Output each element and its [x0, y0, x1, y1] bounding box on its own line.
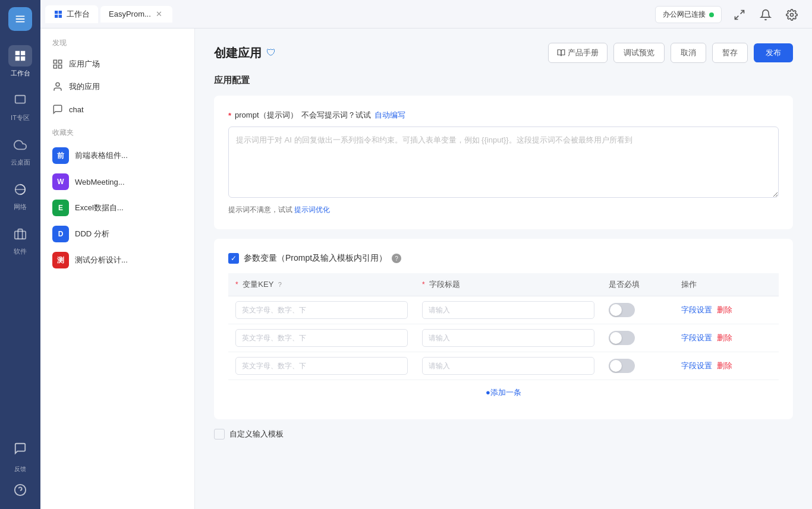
header-actions: 产品手册 调试预览 取消 暂存 发布	[548, 43, 793, 63]
row2-key-input[interactable]	[235, 329, 408, 347]
optimize-hint: 提示词不满意，试试 提示词优化	[228, 205, 779, 215]
manual-button[interactable]: 产品手册	[548, 43, 608, 63]
tab-workbench-label: 工作台	[67, 9, 90, 20]
tab-easyprom[interactable]: EasyProm... ✕	[100, 6, 172, 23]
prompt-label-text: prompt（提示词）	[235, 110, 297, 121]
publish-label: 发布	[766, 48, 781, 57]
params-help-icon[interactable]: ?	[392, 254, 401, 263]
nav-app-market-label: 应用广场	[69, 59, 100, 69]
content-split: 发现 应用广场 我的应用 chat 收藏夹 前 前端表格组件... W WebM…	[40, 29, 812, 509]
row2-field-set[interactable]: 字段设置	[681, 333, 712, 343]
sidebar-item-software[interactable]: 软件	[0, 219, 40, 261]
page-title-area: 创建应用 🛡	[214, 45, 276, 61]
fav-test-label: 测试分析设计...	[75, 255, 128, 265]
nav-chat-label: chat	[69, 105, 84, 114]
preview-label: 调试预览	[624, 48, 654, 57]
auto-write-link[interactable]: 自动编写	[374, 110, 405, 121]
fav-excel[interactable]: E Excel数据自...	[40, 195, 194, 221]
fav-test[interactable]: 测 测试分析设计...	[40, 247, 194, 273]
row3-field-set[interactable]: 字段设置	[681, 361, 712, 371]
sidebar-item-label: 网络	[14, 203, 27, 211]
fav-webmeeting-icon: W	[52, 173, 69, 190]
custom-template-label: 自定义输入模板	[229, 429, 284, 440]
page-title: 创建应用	[214, 45, 262, 61]
cancel-label: 取消	[681, 48, 696, 57]
nav-my-apps[interactable]: 我的应用	[40, 75, 194, 98]
row3-key-input[interactable]	[235, 357, 408, 375]
cancel-button[interactable]: 取消	[671, 43, 706, 63]
connection-dot	[709, 12, 714, 17]
row2-delete[interactable]: 删除	[717, 333, 732, 343]
required-mark: *	[228, 111, 231, 120]
svg-point-12	[56, 83, 59, 86]
preview-button[interactable]: 调试预览	[613, 43, 665, 63]
col-required: 是否必填	[602, 273, 674, 296]
sidebar-item-cloud[interactable]: 云桌面	[0, 129, 40, 172]
row2-toggle[interactable]	[609, 331, 635, 345]
fav-excel-icon: E	[52, 200, 69, 216]
custom-template-checkbox[interactable]	[214, 429, 225, 440]
prompt-textarea[interactable]	[228, 127, 779, 198]
sidebar-item-vpn[interactable]: 网络	[0, 174, 40, 216]
svg-rect-11	[59, 65, 62, 68]
connected-label: 办公网已连接	[663, 10, 706, 20]
row3-title-input[interactable]	[422, 357, 594, 375]
bell-icon[interactable]	[757, 7, 774, 23]
temp-label: 暂存	[722, 48, 738, 57]
table-row: 字段设置 删除	[228, 296, 779, 324]
prompt-label: * prompt（提示词） 不会写提示词？试试 自动编写	[228, 110, 779, 121]
svg-rect-8	[53, 60, 56, 63]
fav-ddd[interactable]: D DDD 分析	[40, 221, 194, 247]
nav-app-market[interactable]: 应用广场	[40, 53, 194, 75]
sidebar-help[interactable]	[8, 478, 32, 502]
tab-close-icon[interactable]: ✕	[155, 10, 164, 19]
fav-ddd-icon: D	[52, 226, 69, 242]
row1-key-input[interactable]	[235, 301, 408, 319]
fav-webmeeting[interactable]: W WebMeeting...	[40, 169, 194, 195]
fav-test-icon: 测	[52, 252, 69, 268]
nav-chat[interactable]: chat	[40, 98, 194, 121]
sidebar-item-workbench[interactable]: 工作台	[0, 40, 40, 83]
optimize-link[interactable]: 提示词优化	[294, 206, 330, 214]
row2-title-input[interactable]	[422, 329, 594, 347]
discover-label: 发现	[40, 38, 194, 53]
row3-toggle[interactable]	[609, 359, 635, 373]
publish-button[interactable]: 发布	[754, 43, 793, 62]
right-panel: 创建应用 🛡 产品手册 调试预览 取消 暂存	[195, 29, 812, 509]
row1-field-set[interactable]: 字段设置	[681, 305, 712, 315]
sidebar-item-label: 云桌面	[11, 158, 30, 167]
fav-excel-label: Excel数据自...	[75, 203, 124, 213]
key-help-icon[interactable]: ?	[278, 281, 282, 288]
add-row-button[interactable]: ●添加一条	[228, 380, 779, 405]
fav-frontend-label: 前端表格组件...	[75, 150, 128, 161]
table-row: 字段设置 删除	[228, 352, 779, 380]
no-idea-text: 不会写提示词？试试	[301, 110, 371, 121]
params-form-section: 参数变量（Prompt及输入模板内引用） ? * 变量KEY ? *	[214, 239, 793, 419]
app-logo[interactable]	[8, 7, 32, 31]
params-checkbox[interactable]	[228, 253, 239, 264]
sidebar: 工作台 IT专区 云桌面 网络 软件 反馈	[0, 0, 40, 509]
gear-icon[interactable]	[783, 7, 800, 23]
tab-workbench[interactable]: 工作台	[45, 5, 98, 23]
row1-title-input[interactable]	[422, 301, 594, 319]
optimize-hint-text: 提示词不满意，试试	[228, 206, 292, 214]
sidebar-item-it[interactable]: IT专区	[0, 85, 40, 127]
svg-rect-9	[59, 60, 62, 63]
svg-rect-2	[15, 231, 26, 239]
settings-icon[interactable]	[731, 7, 748, 23]
col-key: * 变量KEY ?	[228, 273, 415, 296]
row1-toggle[interactable]	[609, 303, 635, 317]
sidebar-feedback[interactable]	[8, 437, 32, 460]
temp-button[interactable]: 暂存	[712, 43, 748, 63]
shield-icon: 🛡	[266, 48, 276, 58]
fav-frontend-icon: 前	[52, 147, 69, 164]
manual-label: 产品手册	[568, 48, 599, 58]
sidebar-item-label: IT专区	[11, 113, 30, 122]
prompt-form-section: * prompt（提示词） 不会写提示词？试试 自动编写 提示词不满意，试试 提…	[214, 96, 793, 229]
row3-delete[interactable]: 删除	[717, 361, 732, 371]
col-action: 操作	[674, 273, 779, 296]
fav-frontend[interactable]: 前 前端表格组件...	[40, 143, 194, 169]
row1-delete[interactable]: 删除	[717, 305, 732, 315]
main-area: 办公网已连接 工作台 EasyProm... ✕ 发现 应用广场	[40, 0, 812, 509]
col-title: * 字段标题	[415, 273, 602, 296]
